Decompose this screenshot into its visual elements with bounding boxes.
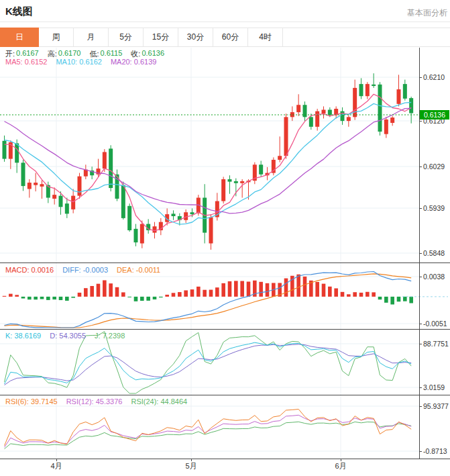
dea-legend-item: DEA: -0.0011: [117, 266, 160, 274]
j-legend-item: J: 7.2398: [95, 332, 125, 340]
x-axis-month-label: 5月: [181, 461, 201, 471]
x-axis-month-label: 6月: [331, 461, 351, 471]
x-axis-month-label: 4月: [46, 461, 66, 471]
rsi6-legend-item: RSI(6): 39.7145: [5, 397, 58, 406]
y-axis-tick-label: 0.6029: [423, 162, 445, 171]
last-price-tag: 0.6136: [420, 110, 449, 120]
y-axis-tick-label: -0.0051: [423, 320, 447, 328]
macd-legend: MACD: 0.0016 DIFF: -0.0003 DEA: -0.0011: [5, 266, 160, 274]
rsi-legend: RSI(6): 39.7145 RSI(12): 45.3376 RSI(24)…: [5, 397, 187, 406]
k-legend-item: K: 38.6169: [5, 332, 41, 340]
y-axis-tick-label: 0.5848: [423, 249, 445, 257]
macd-legend-item: MACD: 0.0016: [5, 266, 54, 274]
y-axis-tick-label: 3.0159: [423, 383, 445, 391]
kline-app: K线图 基本面分析 日 周 月 5分 15分 30分 60分 4时 开:0.61…: [0, 0, 450, 476]
y-axis-tick-label: 0.6210: [423, 73, 445, 81]
d-legend-item: D: 54.3055: [50, 332, 86, 340]
rsi24-legend-item: RSI(24): 44.8464: [131, 397, 187, 406]
kdj-legend: K: 38.6169 D: 54.3055 J: 7.2398: [5, 332, 125, 340]
ma5-legend-item: MA5: 0.6152: [5, 58, 47, 66]
ma20-legend-item: MA20: 0.6139: [111, 58, 157, 66]
y-axis-tick-label: 0.5939: [423, 204, 445, 212]
rsi12-legend-item: RSI(12): 45.3376: [66, 397, 123, 406]
y-axis-tick-label: -0.8713: [423, 447, 447, 455]
y-axis-tick-label: 0.0038: [423, 273, 445, 281]
y-axis-tick-label: 88.7751: [423, 340, 449, 348]
ma10-legend-item: MA10: 0.6162: [56, 58, 102, 66]
diff-legend-item: DIFF: -0.0003: [62, 266, 108, 274]
ma-legend: MA5: 0.6152 MA10: 0.6162 MA20: 0.6139: [5, 58, 156, 66]
y-axis-tick-label: 95.9377: [423, 402, 449, 410]
